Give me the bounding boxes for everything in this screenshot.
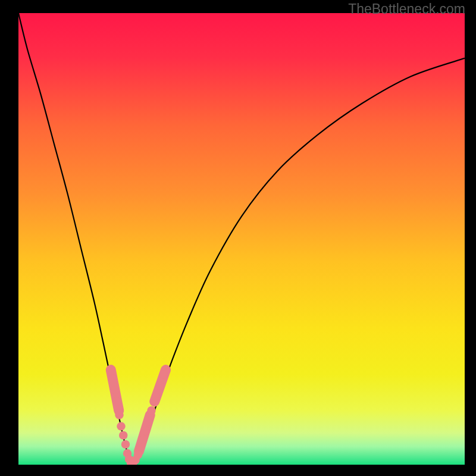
data-point: [159, 370, 168, 378]
data-point: [112, 397, 121, 406]
data-point: [134, 450, 142, 459]
data-point: [144, 418, 152, 426]
chart-overlay: [18, 13, 465, 465]
data-point: [117, 422, 125, 430]
data-point: [111, 386, 120, 394]
data-point: [152, 393, 160, 401]
data-point: [147, 406, 155, 415]
data-point: [121, 440, 130, 449]
data-point: [109, 375, 117, 383]
data-point: [155, 381, 164, 390]
data-point: [139, 436, 147, 444]
bottleneck-curve: [18, 13, 465, 464]
data-point: [115, 411, 123, 419]
data-point: [142, 427, 150, 435]
data-point: [119, 431, 127, 439]
plot-area: [18, 13, 465, 465]
watermark-text: TheBottleneck.com: [348, 1, 465, 17]
